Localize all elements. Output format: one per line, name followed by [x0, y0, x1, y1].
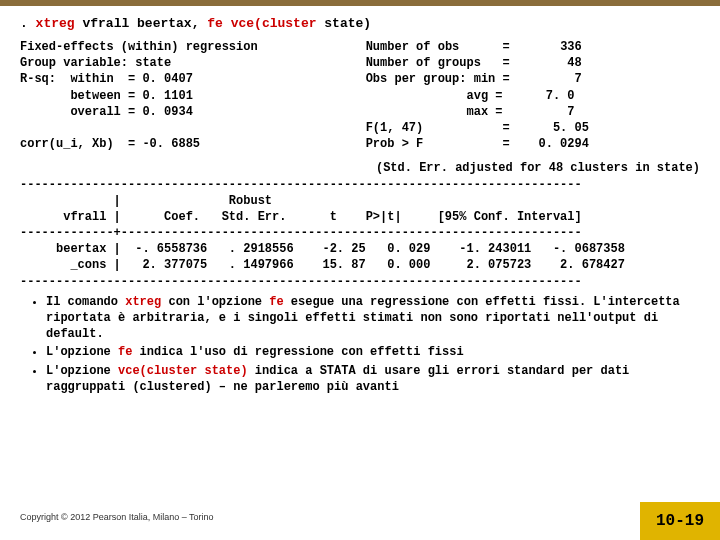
l6b: F(1, 47) =	[366, 121, 510, 135]
table-head1: | Robust	[20, 193, 700, 209]
l7v: 0. 0294	[539, 137, 589, 151]
l1a: Fixed-effects (within) regression	[20, 40, 258, 54]
note-2: L'opzione fe indica l'uso di regressione…	[46, 344, 700, 360]
kw-xtreg: xtreg	[125, 295, 161, 309]
kw-fe2: fe	[118, 345, 132, 359]
l7a: corr(u_i, Xb) = -0. 6885	[20, 137, 200, 151]
cmd-space	[223, 16, 231, 31]
rule-bot: ----------------------------------------…	[20, 274, 700, 290]
stderr-note: (Std. Err. adjusted for 48 clusters in s…	[20, 160, 700, 176]
rule-top: ----------------------------------------…	[20, 177, 700, 193]
l7b: Prob > F =	[366, 137, 510, 151]
l4b: avg =	[466, 89, 502, 103]
slide-content: . xtreg vfrall beertax, fe vce(cluster s…	[0, 6, 720, 395]
l1b: Number of obs =	[366, 40, 510, 54]
rule-mid: -------------+--------------------------…	[20, 225, 700, 241]
l3b: Obs per group: min =	[366, 72, 510, 86]
l5b: max =	[466, 105, 502, 119]
kw-fe1: fe	[269, 295, 283, 309]
table-row-beertax: beertax | -. 6558736 . 2918556 -2. 25 0.…	[20, 241, 700, 257]
slide: . xtreg vfrall beertax, fe vce(cluster s…	[0, 0, 720, 540]
regression-header: Fixed-effects (within) regression Number…	[20, 39, 700, 152]
copyright: Copyright © 2012 Pearson Italia, Milano …	[20, 512, 214, 522]
page-number: 10-19	[640, 502, 720, 540]
l5v: 7	[567, 105, 574, 119]
l4v: 7. 0	[546, 89, 575, 103]
l2b: Number of groups =	[366, 56, 510, 70]
cmd-args1: vfrall beertax,	[75, 16, 208, 31]
l2a: Group variable: state	[20, 56, 171, 70]
cmd-vce: vce(cluster	[231, 16, 317, 31]
l2v: 48	[567, 56, 581, 70]
table-head2: vfrall | Coef. Std. Err. t P>|t| [95% Co…	[20, 209, 700, 225]
cmd-args3: state)	[317, 16, 372, 31]
l5a: overall = 0. 0934	[20, 105, 193, 119]
prompt: .	[20, 16, 36, 31]
cmd-fe: fe	[207, 16, 223, 31]
note-1: Il comando xtreg con l'opzione fe esegue…	[46, 294, 700, 343]
l3v: 7	[575, 72, 582, 86]
l4a: between = 0. 1101	[20, 89, 193, 103]
cmd-xtreg: xtreg	[36, 16, 75, 31]
notes-list: Il comando xtreg con l'opzione fe esegue…	[20, 294, 700, 395]
note-3: L'opzione vce(cluster state) indica a ST…	[46, 363, 700, 395]
kw-vce: vce(cluster state)	[118, 364, 248, 378]
l6v: 5. 05	[553, 121, 589, 135]
l3a: R-sq: within = 0. 0407	[20, 72, 193, 86]
table-row-cons: _cons | 2. 377075 . 1497966 15. 87 0. 00…	[20, 257, 700, 273]
command-line: . xtreg vfrall beertax, fe vce(cluster s…	[20, 16, 700, 31]
l1v: 336	[560, 40, 582, 54]
